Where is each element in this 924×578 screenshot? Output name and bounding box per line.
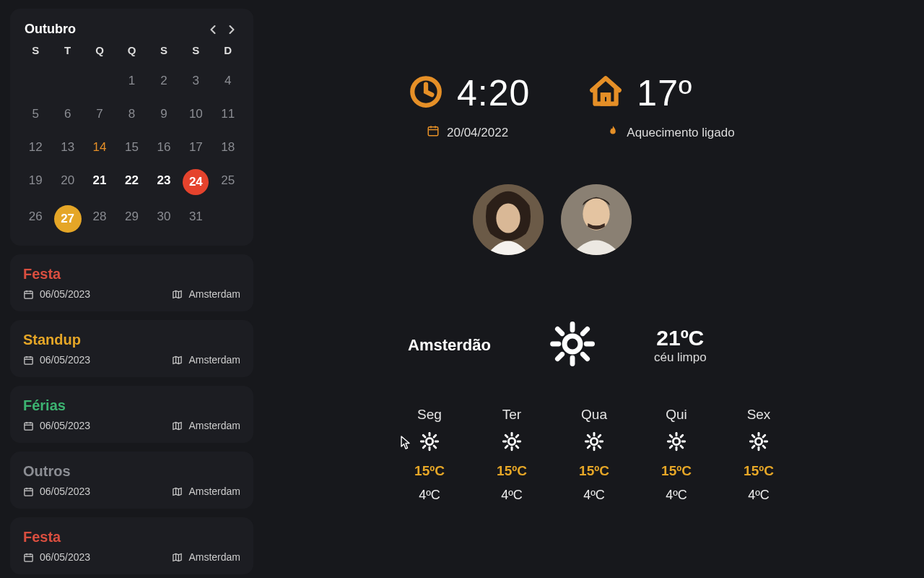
calendar-day[interactable]: 29 bbox=[125, 205, 139, 228]
calendar-prev-button[interactable] bbox=[206, 22, 220, 37]
calendar-dow: Q bbox=[84, 44, 115, 59]
calendar-day[interactable]: 21 bbox=[93, 169, 107, 192]
calendar-day[interactable]: 18 bbox=[221, 136, 235, 159]
calendar-day[interactable]: 12 bbox=[29, 136, 43, 159]
calendar-icon bbox=[23, 289, 34, 300]
calendar-day[interactable]: 9 bbox=[160, 103, 167, 126]
calendar-day[interactable]: 25 bbox=[221, 169, 235, 192]
calendar-dow: D bbox=[213, 44, 243, 59]
clock-date: 20/04/2022 bbox=[447, 126, 508, 140]
event-card[interactable]: Férias06/05/2023Amsterdam bbox=[10, 386, 253, 443]
calendar-day[interactable]: 5 bbox=[32, 103, 38, 126]
event-location: Amsterdam bbox=[188, 551, 240, 563]
avatar-row bbox=[473, 184, 881, 255]
calendar-day[interactable]: 20 bbox=[61, 169, 74, 192]
event-card[interactable]: Outros06/05/2023Amsterdam bbox=[10, 452, 253, 509]
weather-city: Amsterdão bbox=[408, 336, 491, 355]
calendar-day[interactable]: 28 bbox=[93, 205, 107, 228]
event-date: 06/05/2023 bbox=[40, 551, 90, 563]
event-location: Amsterdam bbox=[188, 354, 240, 366]
calendar-dow: S bbox=[20, 44, 51, 59]
forecast-day: Seg15ºC4ºC bbox=[408, 407, 451, 503]
calendar-day[interactable]: 19 bbox=[29, 169, 43, 192]
calendar-day[interactable]: 3 bbox=[193, 69, 199, 92]
calendar-day[interactable]: 13 bbox=[61, 136, 74, 159]
calendar-icon bbox=[23, 355, 34, 366]
map-icon bbox=[172, 289, 183, 300]
map-icon bbox=[172, 420, 183, 431]
calendar-next-button[interactable] bbox=[225, 22, 239, 37]
home-stat: 17º Aquecimento ligado bbox=[588, 72, 734, 141]
clock-stat: 4:20 20/04/2022 bbox=[408, 72, 530, 141]
event-title: Outros bbox=[23, 463, 240, 480]
calendar-day[interactable]: 4 bbox=[225, 69, 231, 92]
calendar-day[interactable]: 31 bbox=[189, 205, 203, 228]
forecast-day: Sex15ºC4ºC bbox=[737, 407, 780, 503]
sun-icon bbox=[502, 431, 522, 454]
forecast-day: Ter15ºC4ºC bbox=[490, 407, 533, 503]
calendar-day[interactable]: 26 bbox=[29, 205, 43, 228]
home-status: Aquecimento ligado bbox=[627, 126, 734, 140]
sun-icon bbox=[549, 320, 596, 371]
event-card[interactable]: Standup06/05/2023Amsterdam bbox=[10, 320, 253, 377]
calendar-icon bbox=[23, 486, 34, 497]
calendar-dow: S bbox=[180, 44, 211, 59]
forecast-high: 15ºC bbox=[414, 463, 445, 479]
sun-icon bbox=[419, 431, 440, 454]
calendar-day[interactable]: 23 bbox=[157, 169, 170, 192]
map-icon bbox=[172, 355, 183, 366]
event-card[interactable]: Festa06/05/2023Amsterdam bbox=[10, 517, 253, 574]
calendar-icon bbox=[23, 552, 34, 563]
calendar-day[interactable]: 7 bbox=[96, 103, 103, 126]
forecast-row: Seg15ºC4ºCTer15ºC4ºCQua15ºC4ºCQui15ºC4ºC… bbox=[408, 407, 881, 503]
event-location: Amsterdam bbox=[188, 486, 240, 497]
calendar-card: Outubro STQQSSD1234567891011121314151617… bbox=[10, 9, 253, 246]
calendar-day[interactable]: 22 bbox=[125, 169, 139, 192]
forecast-day-name: Qua bbox=[581, 407, 607, 423]
weather-now: Amsterdão 21ºC céu limpo bbox=[408, 320, 881, 371]
calendar-day[interactable]: 30 bbox=[157, 205, 170, 228]
calendar-day[interactable]: 11 bbox=[221, 103, 235, 126]
calendar-dow: S bbox=[149, 44, 179, 59]
avatar-1[interactable] bbox=[473, 184, 544, 255]
forecast-high: 15ºC bbox=[579, 463, 609, 479]
event-date: 06/05/2023 bbox=[40, 354, 90, 366]
sun-icon bbox=[584, 431, 604, 454]
house-icon bbox=[588, 74, 624, 113]
forecast-day: Qui15ºC4ºC bbox=[655, 407, 698, 503]
forecast-high: 15ºC bbox=[744, 463, 774, 479]
home-temp: 17º bbox=[637, 72, 692, 114]
event-title: Standup bbox=[23, 332, 240, 348]
calendar-day[interactable]: 27 bbox=[54, 205, 82, 233]
sun-icon bbox=[749, 431, 769, 454]
map-icon bbox=[172, 552, 183, 563]
forecast-day-name: Ter bbox=[502, 407, 521, 423]
calendar-day[interactable]: 24 bbox=[183, 169, 209, 195]
event-title: Festa bbox=[23, 529, 240, 545]
clock-time: 4:20 bbox=[457, 72, 530, 114]
calendar-day[interactable]: 15 bbox=[125, 136, 139, 159]
event-date: 06/05/2023 bbox=[40, 420, 90, 431]
calendar-month-label: Outubro bbox=[25, 22, 76, 37]
calendar-day[interactable]: 1 bbox=[128, 69, 135, 92]
forecast-high: 15ºC bbox=[661, 463, 692, 479]
stats-row: 4:20 20/04/2022 17º Aquecimento liga bbox=[408, 72, 881, 141]
forecast-low: 4ºC bbox=[666, 488, 687, 503]
calendar-day[interactable]: 14 bbox=[93, 136, 107, 159]
forecast-low: 4ºC bbox=[748, 488, 770, 503]
event-card[interactable]: Festa06/05/2023Amsterdam bbox=[10, 254, 253, 311]
calendar-grid: STQQSSD123456789101112131415161718192021… bbox=[20, 44, 243, 233]
forecast-low: 4ºC bbox=[583, 488, 605, 503]
clock-icon bbox=[408, 74, 444, 113]
calendar-day[interactable]: 16 bbox=[157, 136, 170, 159]
calendar-day[interactable]: 6 bbox=[64, 103, 71, 126]
event-location: Amsterdam bbox=[188, 288, 240, 300]
calendar-day[interactable]: 17 bbox=[189, 136, 203, 159]
forecast-day: Qua15ºC4ºC bbox=[572, 407, 616, 503]
calendar-day[interactable]: 8 bbox=[128, 103, 135, 126]
calendar-day[interactable]: 10 bbox=[189, 103, 203, 126]
forecast-day-name: Sex bbox=[747, 407, 771, 423]
avatar-2[interactable] bbox=[561, 184, 632, 255]
forecast-day-name: Qui bbox=[666, 407, 687, 423]
calendar-day[interactable]: 2 bbox=[160, 69, 167, 92]
